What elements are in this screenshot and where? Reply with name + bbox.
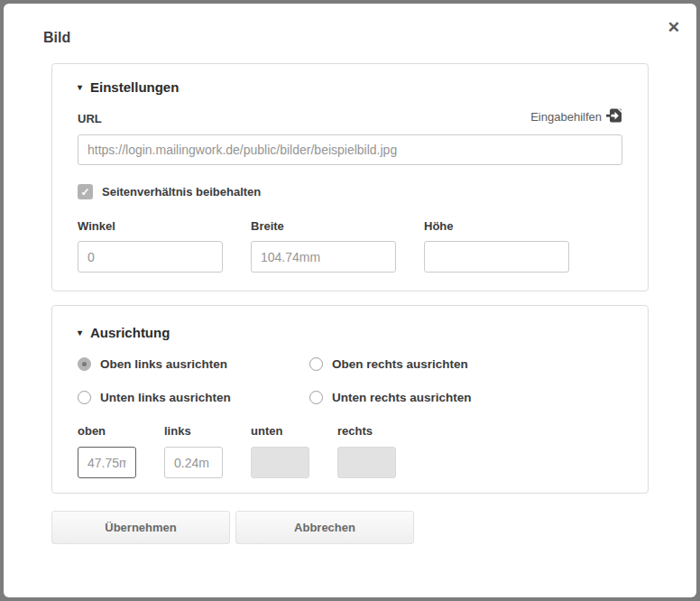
ausrichtung-header-label: Ausrichtung: [90, 324, 170, 342]
offset-fields: oben links unten rechts: [78, 424, 622, 478]
hoehe-field: Höhe: [424, 219, 569, 273]
section-ausrichtung: ▾ Ausrichtung Oben links ausrichten Oben…: [51, 305, 649, 494]
eingabehilfen-link[interactable]: Eingabehilfen: [530, 108, 622, 125]
radio-unten-links[interactable]: Unten links ausrichten: [78, 391, 309, 404]
url-row: URL Eingabehilfen: [78, 108, 622, 125]
alignment-radio-group: Oben links ausrichten Oben rechts ausric…: [78, 357, 622, 404]
breite-input[interactable]: [251, 241, 396, 273]
unten-input: [251, 447, 309, 478]
dialog-title: Bild: [43, 30, 70, 46]
radio-unselected-icon[interactable]: [309, 357, 323, 371]
rechts-label: rechts: [337, 424, 396, 438]
dimension-fields: Winkel Breite Höhe: [78, 219, 622, 273]
links-field: links: [164, 424, 223, 478]
hoehe-label: Höhe: [424, 219, 569, 233]
caret-down-icon: ▾: [78, 324, 82, 342]
links-input[interactable]: [164, 447, 223, 478]
rechts-input: [337, 447, 396, 478]
rechts-field: rechts: [337, 424, 396, 478]
section-einstellungen: ▾ Einstellungen URL Eingabehilfen: [51, 63, 649, 291]
winkel-field: Winkel: [78, 219, 223, 273]
radio-unten-rechts[interactable]: Unten rechts ausrichten: [309, 391, 622, 404]
checkbox-checked-icon[interactable]: ✓: [78, 184, 93, 199]
cancel-button[interactable]: Abbrechen: [235, 511, 414, 544]
unten-field: unten: [251, 424, 309, 478]
close-icon[interactable]: ✕: [668, 20, 680, 35]
radio-oben-rechts-label: Oben rechts ausrichten: [332, 357, 468, 371]
einstellungen-collapse-header[interactable]: ▾ Einstellungen: [78, 79, 622, 97]
radio-unselected-icon[interactable]: [78, 391, 91, 404]
radio-oben-rechts[interactable]: Oben rechts ausrichten: [309, 357, 622, 371]
breite-label: Breite: [251, 219, 396, 233]
apply-button[interactable]: Übernehmen: [51, 511, 230, 544]
unten-label: unten: [251, 424, 309, 438]
dialog-content: ▾ Einstellungen URL Eingabehilfen: [4, 4, 696, 494]
radio-oben-links[interactable]: Oben links ausrichten: [78, 357, 309, 371]
caret-down-icon: ▾: [78, 79, 82, 97]
eingabehilfen-label: Eingabehilfen: [530, 110, 602, 124]
radio-unselected-icon[interactable]: [309, 391, 323, 404]
winkel-label: Winkel: [78, 219, 223, 233]
radio-unten-rechts-label: Unten rechts ausrichten: [332, 391, 472, 404]
eingabehilfen-icon: [606, 108, 622, 125]
oben-field: oben: [78, 424, 136, 478]
winkel-input[interactable]: [78, 241, 223, 273]
oben-input[interactable]: [78, 447, 136, 478]
url-input[interactable]: [78, 134, 622, 165]
dialog-footer: Übernehmen Abbrechen: [51, 511, 649, 544]
links-label: links: [164, 424, 223, 438]
aspect-ratio-checkbox-row[interactable]: ✓ Seitenverhältnis beibehalten: [78, 184, 622, 199]
url-label: URL: [78, 112, 102, 125]
ausrichtung-collapse-header[interactable]: ▾ Ausrichtung: [78, 324, 622, 342]
oben-label: oben: [78, 424, 136, 438]
breite-field: Breite: [251, 219, 396, 273]
radio-oben-links-label: Oben links ausrichten: [100, 357, 227, 371]
bild-dialog: Bild ✕ ▾ Einstellungen URL Eingabehilfen: [4, 4, 696, 597]
aspect-ratio-label: Seitenverhältnis beibehalten: [102, 185, 261, 199]
einstellungen-header-label: Einstellungen: [90, 79, 179, 97]
radio-selected-icon[interactable]: [78, 357, 91, 371]
radio-unten-links-label: Unten links ausrichten: [100, 391, 231, 404]
hoehe-input[interactable]: [424, 241, 569, 273]
